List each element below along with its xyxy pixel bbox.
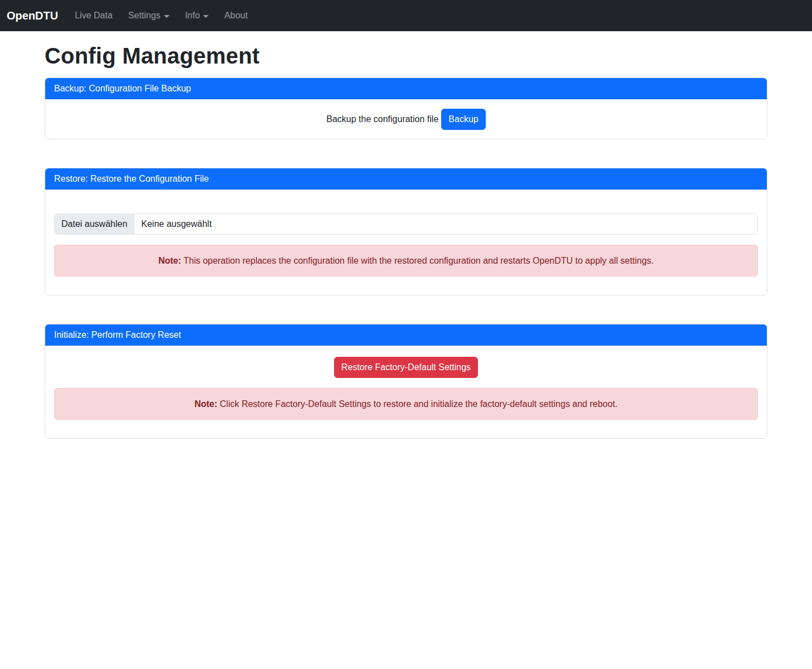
backup-card-body: Backup the configuration file Backup (45, 99, 767, 139)
initialize-card-body: Restore Factory-Default Settings Note: C… (45, 346, 767, 438)
top-navbar: OpenDTU Live Data Settings Info About (0, 0, 812, 31)
restore-note-text: This operation replaces the configuratio… (181, 256, 654, 265)
nav-item-settings-label: Settings (128, 11, 161, 21)
backup-card: Backup: Configuration File Backup Backup… (45, 77, 767, 139)
restore-note-alert: Note: This operation replaces the config… (54, 245, 758, 277)
initialize-note-text: Click Restore Factory-Default Settings t… (218, 399, 618, 409)
navbar-menu: Live Data Settings Info About (67, 6, 255, 25)
brand-opendtu[interactable]: OpenDTU (7, 9, 58, 22)
page-title: Config Management (45, 43, 767, 69)
nav-item-live-data[interactable]: Live Data (67, 6, 120, 25)
backup-button[interactable]: Backup (441, 109, 485, 130)
chevron-down-icon (164, 15, 170, 18)
nav-item-settings[interactable]: Settings (120, 6, 177, 25)
restore-file-input[interactable]: Datei auswählen Keine ausgewählt (54, 214, 758, 235)
initialize-card-header: Initialize: Perform Factory Reset (45, 324, 767, 346)
backup-description: Backup the configuration file (326, 114, 438, 124)
backup-card-header: Backup: Configuration File Backup (45, 78, 767, 99)
file-selected-status: Keine ausgewählt (134, 214, 218, 234)
chevron-down-icon (203, 15, 209, 18)
restore-card-header: Restore: Restore the Configuration File (45, 168, 767, 190)
restore-note-label: Note: (158, 256, 181, 265)
initialize-card: Initialize: Perform Factory Reset Restor… (45, 324, 767, 439)
nav-item-live-data-label: Live Data (75, 11, 113, 21)
factory-reset-button-row: Restore Factory-Default Settings (54, 357, 758, 378)
main-content: Config Management Backup: Configuration … (45, 31, 767, 439)
restore-card-body: Datei auswählen Keine ausgewählt Note: T… (45, 190, 767, 295)
factory-reset-button[interactable]: Restore Factory-Default Settings (334, 357, 478, 378)
file-select-button[interactable]: Datei auswählen (55, 214, 134, 234)
nav-item-about[interactable]: About (216, 6, 255, 25)
restore-card: Restore: Restore the Configuration File … (45, 168, 767, 295)
initialize-note-label: Note: (195, 399, 218, 409)
nav-item-info[interactable]: Info (177, 6, 217, 25)
initialize-note-alert: Note: Click Restore Factory-Default Sett… (54, 388, 758, 420)
nav-item-about-label: About (224, 11, 248, 21)
nav-item-info-label: Info (185, 11, 200, 21)
